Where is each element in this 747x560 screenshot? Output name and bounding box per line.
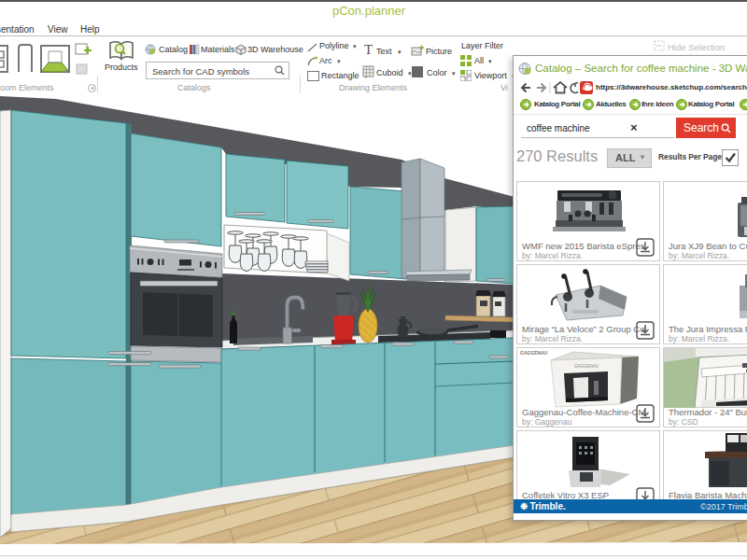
- svg-text:GAGGENAU: GAGGENAU: [574, 364, 599, 369]
